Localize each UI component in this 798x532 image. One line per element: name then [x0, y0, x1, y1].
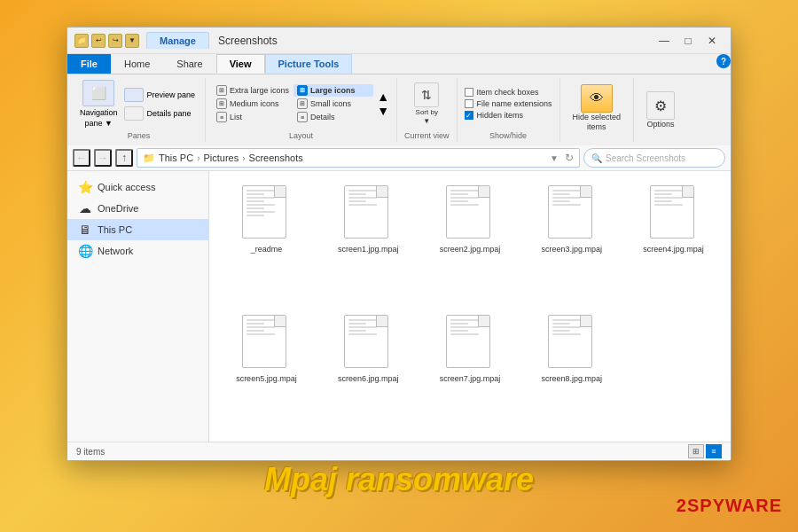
address-sep2: › — [242, 153, 245, 163]
file-item-screen5[interactable]: screen5.jpg.mpaj — [218, 309, 315, 434]
hide-selected-label: Hide selecteditems — [573, 113, 622, 132]
item-check-boxes-checkbox[interactable] — [465, 88, 473, 97]
file-line — [348, 330, 366, 332]
file-line — [654, 197, 683, 199]
file-line — [246, 215, 264, 216]
preview-pane-label: Preview pane — [147, 90, 196, 99]
layout-medium[interactable]: ⊞ Medium icons — [213, 98, 293, 110]
maximize-button[interactable]: □ — [677, 32, 700, 50]
address-dropdown-icon[interactable]: ▼ — [550, 153, 559, 163]
file-line — [450, 326, 479, 328]
file-name-screen6: screen6.jpg.mpaj — [338, 374, 399, 383]
network-icon: 🌐 — [78, 244, 92, 258]
file-line — [552, 323, 570, 325]
file-line — [552, 330, 570, 332]
details-pane-button[interactable]: Details pane — [121, 106, 199, 121]
file-line — [246, 200, 264, 202]
file-line — [246, 197, 275, 199]
details-pane-label: Details pane — [147, 109, 192, 118]
file-item-readme[interactable]: _readme — [218, 180, 315, 304]
hidden-items-checkbox[interactable]: ✓ — [465, 111, 473, 120]
undo-icon[interactable]: ↩ — [91, 34, 106, 48]
redo-icon[interactable]: ↪ — [108, 34, 122, 48]
address-this-pc[interactable]: This PC — [159, 153, 193, 163]
tab-picture-tools[interactable]: Picture Tools — [265, 54, 353, 74]
current-view-content: ⇅ Sort by ▼ — [409, 80, 444, 128]
file-name-screen5: screen5.jpg.mpaj — [236, 374, 297, 383]
address-bar[interactable]: 📁 This PC › Pictures › Screenshots ▼ ↻ — [137, 148, 580, 168]
layout-details[interactable]: ≡ Details — [293, 111, 373, 123]
forward-button[interactable]: → — [94, 149, 112, 167]
file-item-screen8[interactable]: screen8.jpg.mpaj — [523, 309, 620, 434]
preview-pane-button[interactable]: Preview pane — [121, 87, 199, 103]
show-hide-content: Item check boxes File name extensions ✓ … — [465, 80, 552, 128]
file-item-screen6[interactable]: screen6.jpg.mpaj — [320, 309, 417, 434]
help-button[interactable]: ? — [716, 54, 731, 68]
file-line — [450, 197, 479, 199]
navigation-bar: ← → ↑ 📁 This PC › Pictures › Screenshots… — [67, 145, 731, 171]
tab-view[interactable]: View — [216, 54, 265, 74]
tab-file[interactable]: File — [67, 54, 111, 74]
file-name-extensions-toggle[interactable]: File name extensions — [465, 99, 552, 108]
sidebar-item-network[interactable]: 🌐 Network — [67, 240, 208, 262]
file-name-extensions-label: File name extensions — [477, 99, 552, 108]
tab-home[interactable]: Home — [111, 54, 163, 74]
refresh-icon[interactable]: ↻ — [565, 152, 574, 164]
panes-content: ⬜ Navigation pane ▼ Preview pane Details… — [80, 80, 198, 128]
ribbon-section-panes: ⬜ Navigation pane ▼ Preview pane Details… — [73, 78, 206, 142]
layout-scroll[interactable]: ▲ ▼ — [377, 90, 389, 118]
file-page — [548, 315, 592, 368]
details-toggle[interactable]: ≡ — [706, 444, 722, 458]
sidebar-item-this-pc[interactable]: 🖥 This PC — [67, 219, 208, 240]
show-hide-section-label: Show/hide — [489, 131, 527, 140]
layout-extra-large[interactable]: ⊞ Extra large icons — [213, 84, 293, 97]
file-item-screen7[interactable]: screen7.jpg.mpaj — [422, 309, 519, 434]
main-area: ⭐ Quick access ☁ OneDrive 🖥 This PC 🌐 Ne… — [67, 171, 731, 442]
file-item-screen4[interactable]: screen4.jpg.mpaj — [625, 180, 722, 304]
manage-tab-title[interactable]: Manage — [146, 32, 209, 49]
file-name-extensions-checkbox[interactable] — [465, 99, 473, 108]
this-pc-label: This PC — [98, 224, 132, 235]
layout-small[interactable]: ⊞ Small icons — [293, 98, 373, 110]
back-button[interactable]: ← — [73, 149, 90, 167]
hidden-items-label: Hidden items — [477, 111, 524, 120]
hidden-items-toggle[interactable]: ✓ Hidden items — [465, 111, 552, 120]
file-line — [348, 333, 377, 335]
onedrive-label: OneDrive — [98, 203, 138, 214]
file-icon-screen6 — [344, 315, 392, 372]
up-button[interactable]: ↑ — [115, 149, 133, 167]
search-bar[interactable]: 🔍 Search Screenshots — [583, 148, 725, 168]
layout-large-label: Large icons — [310, 86, 356, 95]
layout-large[interactable]: ⊞ Large icons — [293, 84, 373, 97]
large-icons-toggle[interactable]: ⊞ — [688, 444, 704, 458]
layout-list[interactable]: ≡ List — [213, 111, 293, 123]
file-item-screen1[interactable]: screen1.jpg.mpaj — [320, 180, 417, 304]
window-controls: — □ ✕ — [653, 32, 724, 50]
sidebar-item-quick-access[interactable]: ⭐ Quick access — [67, 176, 208, 198]
title-bar: 📁 ↩ ↪ ▼ Manage Screenshots — □ ✕ — [67, 27, 731, 54]
watermark: 2SPYWARE — [677, 496, 782, 516]
file-item-screen2[interactable]: screen2.jpg.mpaj — [422, 180, 519, 304]
options-button[interactable]: ⚙ Options — [641, 90, 680, 130]
sort-by-button[interactable]: ⇅ Sort by ▼ — [409, 81, 444, 127]
item-check-boxes-toggle[interactable]: Item check boxes — [465, 88, 552, 97]
tab-share[interactable]: Share — [163, 54, 215, 74]
ribbon-section-show-hide: Item check boxes File name extensions ✓ … — [458, 78, 560, 142]
close-button[interactable]: ✕ — [700, 32, 724, 50]
sort-by-arrow: ▼ — [423, 117, 430, 125]
layout-medium-label: Medium icons — [230, 99, 279, 108]
pin-icon[interactable]: ▼ — [125, 34, 139, 48]
minimize-button[interactable]: — — [653, 32, 676, 50]
item-count: 9 items — [76, 447, 105, 457]
sidebar-item-onedrive[interactable]: ☁ OneDrive — [67, 198, 208, 219]
address-screenshots[interactable]: Screenshots — [249, 153, 303, 163]
network-label: Network — [98, 246, 133, 256]
file-name-screen7: screen7.jpg.mpaj — [440, 374, 501, 383]
folder-icon: 📁 — [74, 34, 89, 48]
file-page — [650, 185, 694, 239]
file-item-screen3[interactable]: screen3.jpg.mpaj — [523, 180, 620, 304]
navigation-pane-button[interactable]: ⬜ Navigation pane ▼ — [80, 80, 118, 128]
hide-selected-content: 👁 Hide selecteditems — [567, 80, 627, 137]
address-pictures[interactable]: Pictures — [203, 153, 239, 163]
hide-selected-button[interactable]: 👁 Hide selecteditems — [567, 82, 627, 134]
